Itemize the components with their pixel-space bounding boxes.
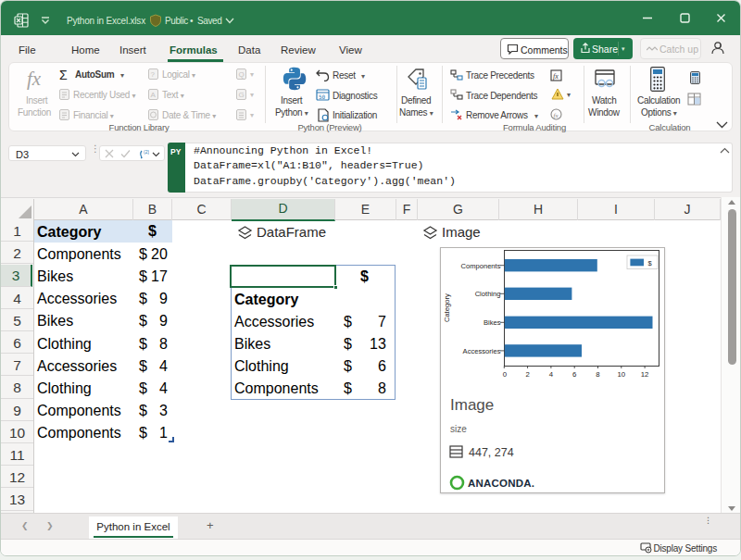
svg-text:Clothing: Clothing (475, 290, 501, 298)
svg-text:10: 10 (617, 370, 625, 379)
svg-text:(2): (2) (144, 149, 149, 155)
svg-text:4: 4 (549, 370, 554, 379)
svg-text:G: G (239, 91, 245, 99)
svg-text:Components: Components (460, 262, 500, 270)
svg-text:Category: Category (443, 293, 451, 322)
svg-text:fx: fx (553, 72, 559, 81)
svg-text:50: 50 (319, 93, 326, 100)
svg-text:Q: Q (239, 70, 245, 79)
svg-text:Accessories: Accessories (463, 347, 501, 355)
svg-text:12: 12 (641, 370, 649, 379)
svg-text:A: A (151, 91, 157, 99)
svg-text:6: 6 (572, 370, 576, 379)
svg-text:2: 2 (525, 370, 529, 379)
svg-text:fx: fx (554, 112, 559, 119)
svg-text:?: ? (151, 70, 156, 79)
svg-text:0: 0 (503, 370, 508, 379)
svg-text:8: 8 (596, 370, 599, 379)
svg-text:Bikes: Bikes (484, 318, 501, 327)
